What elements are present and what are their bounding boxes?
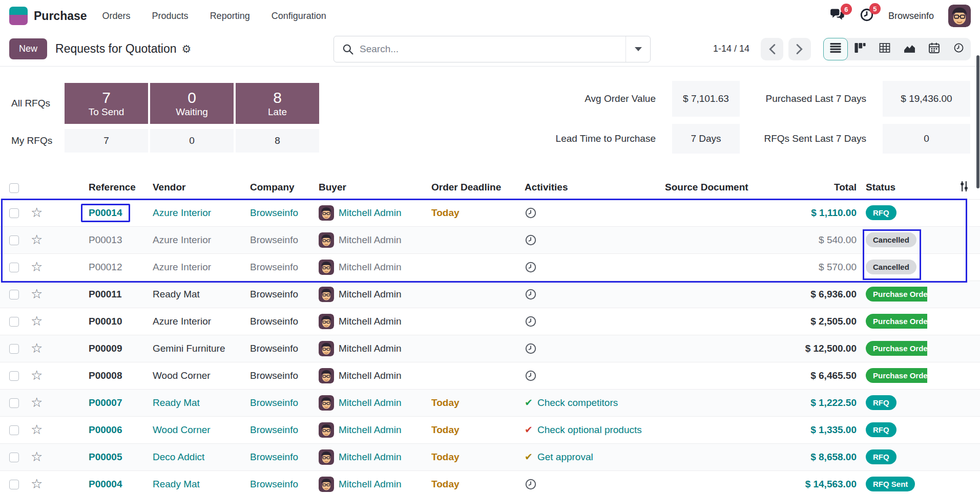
star-icon[interactable]: ☆ [31,449,43,464]
cell-order-deadline[interactable]: Today [427,389,520,416]
cell-source-document[interactable] [661,335,784,362]
cell-source-document[interactable] [661,226,784,253]
reference-link[interactable]: P00008 [89,370,122,381]
action-gear-icon[interactable]: ⚙ [182,43,192,55]
cell-status[interactable]: Purchase Order [861,362,927,389]
rfq-row-p00006[interactable]: ☆P00006Wood CornerBrowseinfoMitchell Adm… [0,416,980,443]
cell-favorite[interactable]: ☆ [27,253,72,281]
reference-link[interactable]: P00004 [89,479,122,489]
cell-company[interactable]: Browseinfo [246,199,315,226]
cell-status[interactable]: RFQ [861,443,927,470]
cell-activities[interactable] [520,362,661,389]
cell-reference[interactable]: P00013 [72,226,149,253]
rfq-row-p00010[interactable]: ☆P00010Azure InteriorBrowseinfoMitchell … [0,308,980,335]
reference-link[interactable]: P00007 [89,397,122,408]
cell-select[interactable] [0,416,27,443]
cell-source-document[interactable] [661,389,784,416]
reference-link[interactable]: P00009 [89,343,122,354]
new-button[interactable]: New [9,38,47,59]
cell-source-document[interactable] [661,199,784,226]
cell-buyer[interactable]: Mitchell Admin [315,253,427,281]
cell-select[interactable] [0,308,27,335]
cell-buyer[interactable]: Mitchell Admin [315,362,427,389]
cell-favorite[interactable]: ☆ [27,335,72,362]
menu-item-reporting[interactable]: Reporting [210,11,250,22]
cell-vendor[interactable]: Ready Mat [149,470,246,494]
cell-select[interactable] [0,389,27,416]
rfq-row-p00004[interactable]: ☆P00004Ready MatBrowseinfoMitchell Admin… [0,470,980,494]
cell-order-deadline[interactable] [427,253,520,281]
header-optional-columns[interactable] [927,176,980,199]
cell-company[interactable]: Browseinfo [246,335,315,362]
cell-reference[interactable]: P00008 [72,362,149,389]
activity-clock-icon[interactable] [525,342,537,355]
reference-link[interactable]: P00014 [81,204,130,222]
view-switch-activity[interactable] [946,38,971,60]
cell-total[interactable]: $ 1,335.00 [784,416,861,443]
cell-source-document[interactable] [661,443,784,470]
rfq-row-p00013[interactable]: ☆P00013Azure InteriorBrowseinfoMitchell … [0,226,980,253]
cell-status[interactable]: Purchase Order [861,281,927,308]
cell-vendor[interactable]: Ready Mat [149,281,246,308]
rfq-row-p00011[interactable]: ☆P00011Ready MatBrowseinfoMitchell Admin… [0,281,980,308]
cell-favorite[interactable]: ☆ [27,308,72,335]
cell-buyer[interactable]: Mitchell Admin [315,308,427,335]
all-rfqs-stat-late[interactable]: 8Late [236,83,319,124]
rfq-row-p00007[interactable]: ☆P00007Ready MatBrowseinfoMitchell Admin… [0,389,980,416]
column-header-company[interactable]: Company [246,176,315,199]
star-icon[interactable]: ☆ [31,313,43,329]
rfq-row-p00005[interactable]: ☆P00005Deco AddictBrowseinfoMitchell Adm… [0,443,980,470]
star-icon[interactable]: ☆ [31,476,43,491]
cell-select[interactable] [0,335,27,362]
cell-total[interactable]: $ 570.00 [784,253,861,281]
cell-status[interactable]: RFQ [861,199,927,226]
activity-clock-icon[interactable] [525,261,537,273]
cell-buyer[interactable]: Mitchell Admin [315,335,427,362]
cell-favorite[interactable]: ☆ [27,362,72,389]
cell-order-deadline[interactable] [427,362,520,389]
cell-activities[interactable] [520,253,661,281]
search-input[interactable] [360,44,625,55]
activity-summary[interactable]: Check competitors [537,397,618,408]
activity-clock-icon[interactable] [525,207,537,219]
view-switch-graph[interactable] [897,38,922,60]
activity-clock-icon[interactable] [525,370,537,382]
cell-buyer[interactable]: Mitchell Admin [315,226,427,253]
cell-status[interactable]: RFQ [861,389,927,416]
cell-activities[interactable]: ✔Check optional products [520,416,661,443]
menu-item-configuration[interactable]: Configuration [272,11,326,22]
star-icon[interactable]: ☆ [31,368,43,383]
cell-reference[interactable]: P00007 [72,389,149,416]
cell-company[interactable]: Browseinfo [246,470,315,494]
cell-reference[interactable]: P00005 [72,443,149,470]
cell-status[interactable]: Cancelled [861,226,927,253]
cell-order-deadline[interactable] [427,308,520,335]
cell-favorite[interactable]: ☆ [27,281,72,308]
cell-order-deadline[interactable]: Today [427,470,520,494]
star-icon[interactable]: ☆ [31,259,43,274]
cell-status[interactable]: RFQ [861,416,927,443]
activity-summary[interactable]: Get approval [537,452,593,462]
column-header-total[interactable]: Total [784,176,861,199]
cell-select[interactable] [0,470,27,494]
cell-favorite[interactable]: ☆ [27,416,72,443]
row-checkbox[interactable] [9,453,19,462]
cell-source-document[interactable] [661,470,784,494]
reference-link[interactable]: P00010 [89,316,122,327]
my-rfqs-label[interactable]: My RFQs [11,135,62,146]
activity-clock-icon[interactable] [525,478,537,490]
cell-order-deadline[interactable] [427,281,520,308]
cell-total[interactable]: $ 1,222.50 [784,389,861,416]
cell-status[interactable]: Cancelled [861,253,927,281]
menu-item-products[interactable]: Products [152,11,189,22]
select-all-checkbox[interactable] [9,183,19,193]
star-icon[interactable]: ☆ [31,232,43,247]
cell-vendor[interactable]: Azure Interior [149,253,246,281]
row-checkbox[interactable] [9,317,19,327]
cell-total[interactable]: $ 14,563.00 [784,470,861,494]
cell-activities[interactable] [520,470,661,494]
row-checkbox[interactable] [9,208,19,218]
activities-button[interactable]: 5 [860,8,874,24]
cell-company[interactable]: Browseinfo [246,362,315,389]
cell-company[interactable]: Browseinfo [246,416,315,443]
